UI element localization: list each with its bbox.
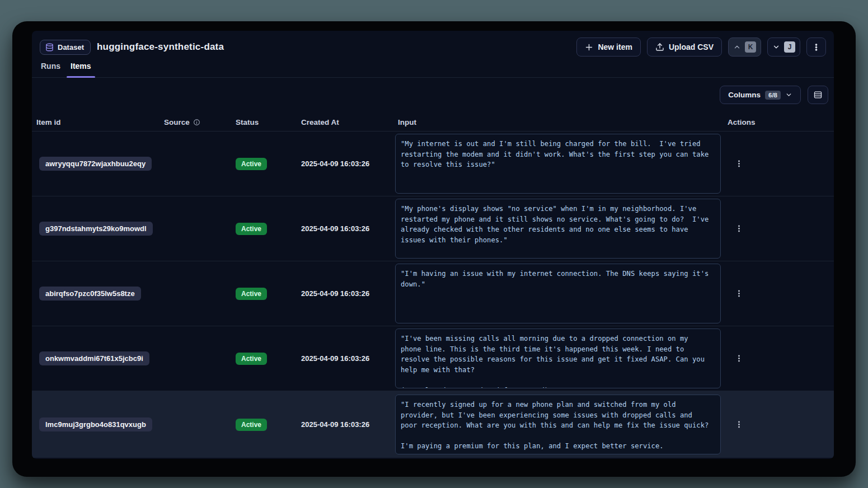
dataset-badge-label: Dataset bbox=[58, 43, 84, 51]
status-badge: Active bbox=[236, 288, 267, 300]
created-at-value: 2025-04-09 16:03:26 bbox=[301, 420, 395, 429]
input-cell[interactable]: "I've been missing calls all morning due… bbox=[395, 329, 721, 388]
columns-count-badge: 6/8 bbox=[765, 91, 781, 100]
header-more-button[interactable] bbox=[806, 37, 826, 57]
previous-item-button[interactable]: K bbox=[728, 37, 761, 57]
dataset-type-badge: Dataset bbox=[40, 40, 91, 55]
items-table: Item id Source Status Created At Input A… bbox=[32, 114, 834, 458]
item-id-pill[interactable]: g397ndstahmyts29ko9mowdl bbox=[39, 222, 153, 236]
input-cell[interactable]: "My internet is out and I'm still being … bbox=[395, 134, 721, 194]
keyboard-key-k: K bbox=[745, 41, 756, 53]
kebab-icon bbox=[735, 354, 743, 363]
row-actions-button[interactable] bbox=[731, 286, 747, 302]
column-header-source[interactable]: Source bbox=[164, 118, 190, 126]
plus-icon bbox=[585, 43, 593, 51]
info-icon bbox=[193, 119, 200, 126]
chevron-down-icon bbox=[785, 91, 792, 98]
row-actions-button[interactable] bbox=[731, 221, 747, 237]
tab-bar: Runs Items bbox=[32, 62, 834, 78]
input-cell[interactable]: "I recently signed up for a new phone pl… bbox=[395, 395, 721, 454]
upload-csv-label: Upload CSV bbox=[669, 43, 714, 51]
table-body: awryyqqu7872wjaxhbuu2eqy Active 2025-04-… bbox=[32, 132, 834, 458]
column-header-created-at[interactable]: Created At bbox=[301, 118, 395, 126]
column-header-item-id[interactable]: Item id bbox=[36, 118, 164, 126]
columns-label: Columns bbox=[728, 91, 761, 99]
upload-icon bbox=[655, 43, 664, 51]
upload-csv-button[interactable]: Upload CSV bbox=[647, 37, 722, 57]
input-text: "I've been missing calls all morning due… bbox=[396, 329, 720, 388]
column-header-actions: Actions bbox=[728, 118, 834, 126]
kebab-icon bbox=[735, 159, 743, 168]
status-badge: Active bbox=[236, 223, 267, 235]
dataset-panel: Dataset huggingface-synthetic-data New i… bbox=[32, 31, 834, 459]
input-text: "My phone's display shows "no service" w… bbox=[396, 199, 720, 250]
app-window: Dataset huggingface-synthetic-data New i… bbox=[12, 21, 856, 477]
rows-icon bbox=[813, 90, 823, 100]
item-id-pill[interactable]: awryyqqu7872wjaxhbuu2eqy bbox=[39, 157, 152, 171]
chevron-up-icon bbox=[733, 43, 741, 51]
status-badge: Active bbox=[236, 419, 267, 431]
table-row[interactable]: lmc9muj3grgbo4o831qvxugb Active 2025-04-… bbox=[32, 391, 834, 458]
input-cell[interactable]: "My phone's display shows "no service" w… bbox=[395, 199, 721, 259]
input-text: "I'm having an issue with my internet co… bbox=[396, 264, 720, 294]
page-title: huggingface-synthetic-data bbox=[97, 41, 224, 53]
created-at-value: 2025-04-09 16:03:26 bbox=[301, 224, 395, 233]
table-row[interactable]: onkwmvaddmi67t61x5jcbc9i Active 2025-04-… bbox=[32, 326, 834, 391]
kebab-icon bbox=[735, 224, 743, 233]
table-row[interactable]: awryyqqu7872wjaxhbuu2eqy Active 2025-04-… bbox=[32, 132, 834, 196]
status-badge: Active bbox=[236, 353, 267, 365]
row-actions-button[interactable] bbox=[731, 417, 747, 433]
input-text: "I recently signed up for a new phone pl… bbox=[396, 395, 720, 454]
item-id-pill[interactable]: abirqfso7pzc0f35lw5s8tze bbox=[39, 287, 141, 301]
panel-header: Dataset huggingface-synthetic-data New i… bbox=[32, 31, 834, 78]
kebab-icon bbox=[812, 43, 820, 51]
created-at-value: 2025-04-09 16:03:26 bbox=[301, 159, 395, 168]
table-header-row: Item id Source Status Created At Input A… bbox=[32, 114, 834, 132]
input-cell[interactable]: "I'm having an issue with my internet co… bbox=[395, 264, 721, 323]
kebab-icon bbox=[735, 420, 743, 429]
column-header-status[interactable]: Status bbox=[236, 118, 301, 126]
item-id-pill[interactable]: lmc9muj3grgbo4o831qvxugb bbox=[39, 417, 152, 431]
keyboard-key-j: J bbox=[784, 41, 795, 53]
new-item-button[interactable]: New item bbox=[576, 37, 640, 57]
table-toolbar: Columns 6/8 bbox=[32, 78, 834, 114]
created-at-value: 2025-04-09 16:03:26 bbox=[301, 354, 395, 363]
database-icon bbox=[45, 43, 54, 51]
table-row[interactable]: g397ndstahmyts29ko9mowdl Active 2025-04-… bbox=[32, 196, 834, 261]
columns-dropdown[interactable]: Columns 6/8 bbox=[720, 86, 801, 104]
kebab-icon bbox=[735, 289, 743, 298]
new-item-label: New item bbox=[598, 43, 632, 51]
row-actions-button[interactable] bbox=[731, 156, 747, 172]
next-item-button[interactable]: J bbox=[767, 37, 800, 57]
tab-runs[interactable]: Runs bbox=[41, 62, 60, 77]
chevron-down-icon bbox=[772, 43, 780, 51]
table-row[interactable]: abirqfso7pzc0f35lw5s8tze Active 2025-04-… bbox=[32, 261, 834, 326]
row-actions-button[interactable] bbox=[731, 351, 747, 367]
tab-items[interactable]: Items bbox=[71, 62, 91, 77]
created-at-value: 2025-04-09 16:03:26 bbox=[301, 289, 395, 298]
item-id-pill[interactable]: onkwmvaddmi67t61x5jcbc9i bbox=[39, 351, 149, 365]
row-density-button[interactable] bbox=[808, 86, 828, 104]
input-text: "My internet is out and I'm still being … bbox=[396, 134, 720, 175]
status-badge: Active bbox=[236, 158, 267, 170]
column-header-input[interactable]: Input bbox=[395, 118, 728, 126]
